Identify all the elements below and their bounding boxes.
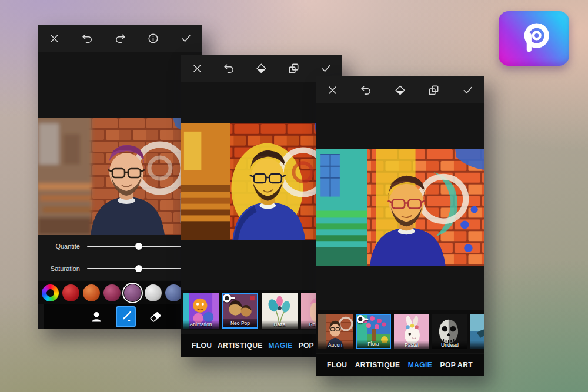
eraser-tool-icon[interactable] <box>145 306 165 327</box>
confirm-icon[interactable] <box>460 83 475 97</box>
filter-label: Neo Pop <box>223 319 257 327</box>
picsart-promo-collage: Quantité Saturation <box>0 0 588 392</box>
category-tabbar: FLOU ARTISTIQUE MAGIE POP ART <box>316 354 484 376</box>
eraser-icon[interactable] <box>255 61 269 75</box>
undo-icon[interactable] <box>80 31 94 45</box>
filter-label: Undead <box>432 341 467 349</box>
panel-magic-flora: Aucun <box>316 76 484 376</box>
slider-saturation-label: Saturation <box>38 265 80 272</box>
undo-icon[interactable] <box>222 61 236 75</box>
filter-label: Pastel <box>394 341 429 349</box>
close-icon[interactable] <box>325 83 339 97</box>
confirm-icon[interactable] <box>319 61 333 75</box>
undo-icon[interactable] <box>359 83 373 97</box>
color-swatch-silver[interactable] <box>145 284 162 301</box>
filter-thumb-aucun[interactable]: Aucun <box>318 314 353 349</box>
color-swatch-purple-selected[interactable] <box>124 284 141 301</box>
layers-icon[interactable] <box>286 61 300 75</box>
filter-thumb-flora-selected[interactable]: Flora <box>356 314 391 349</box>
color-swatch-red[interactable] <box>62 284 79 301</box>
filter-thumb-undead[interactable]: Undead <box>432 314 467 349</box>
filter-thumb-haza[interactable]: Haza <box>262 293 298 329</box>
filter-thumb-pastel[interactable]: Pastel <box>394 314 429 349</box>
slider-saturation-thumb[interactable] <box>135 265 142 272</box>
filter-label: W <box>470 341 484 349</box>
canvas-photo-flora[interactable] <box>316 149 484 266</box>
panel-hair-color-editor: Quantité Saturation <box>38 25 202 329</box>
filter-strip: Aucun <box>316 310 484 353</box>
person-tool-icon[interactable] <box>86 306 106 327</box>
info-icon[interactable] <box>146 31 160 45</box>
adjust-sliders-icon <box>222 293 240 308</box>
filter-label: Flora <box>357 340 390 348</box>
slider-saturation: Saturation <box>38 257 202 280</box>
eraser-icon[interactable] <box>393 83 407 97</box>
filter-label: Haza <box>262 320 298 329</box>
filter-label: Animation <box>183 320 219 329</box>
color-swatch-berry[interactable] <box>103 284 121 301</box>
color-wheel-swatch[interactable] <box>42 284 59 301</box>
layers-icon[interactable] <box>427 83 441 97</box>
redo-icon[interactable] <box>113 31 127 45</box>
confirm-icon[interactable] <box>179 31 193 45</box>
filter-thumb-animation[interactable]: Animation <box>183 293 219 329</box>
close-icon[interactable] <box>47 31 61 45</box>
brush-tools-row <box>44 304 202 329</box>
slider-quantity-thumb[interactable] <box>135 243 142 250</box>
slider-quantity: Quantité <box>38 235 202 257</box>
adjust-sliders-icon <box>356 314 373 329</box>
editor-toolbar <box>38 25 202 52</box>
slider-quantity-label: Quantité <box>38 243 80 250</box>
tab-pop-art[interactable]: POP ART <box>440 361 473 369</box>
adjustment-sliders: Quantité Saturation <box>38 235 202 280</box>
tab-artistique[interactable]: ARTISTIQUE <box>355 361 400 369</box>
tab-magie-active[interactable]: MAGIE <box>408 361 432 369</box>
filter-thumb-neo-pop-selected[interactable]: Neo Pop <box>222 293 258 329</box>
canvas-photo-original[interactable] <box>38 118 202 235</box>
tab-magie-active[interactable]: MAGIE <box>268 341 292 350</box>
slider-saturation-track[interactable] <box>87 268 181 269</box>
picsart-app-logo <box>499 11 569 66</box>
tab-artistique[interactable]: ARTISTIQUE <box>218 341 263 350</box>
color-swatch-orange[interactable] <box>83 284 100 301</box>
close-icon[interactable] <box>190 61 204 75</box>
tab-flou[interactable]: FLOU <box>327 361 347 369</box>
color-swatch-blue[interactable] <box>165 284 182 301</box>
tab-flou[interactable]: FLOU <box>192 341 212 350</box>
color-swatch-row <box>38 281 202 304</box>
picsart-p-icon <box>514 19 554 59</box>
brush-tool-icon[interactable] <box>116 306 136 327</box>
editor-toolbar <box>316 76 484 103</box>
filter-label: Aucun <box>318 341 353 349</box>
filter-thumb-w[interactable]: W <box>470 314 484 349</box>
slider-quantity-track[interactable] <box>87 246 181 247</box>
